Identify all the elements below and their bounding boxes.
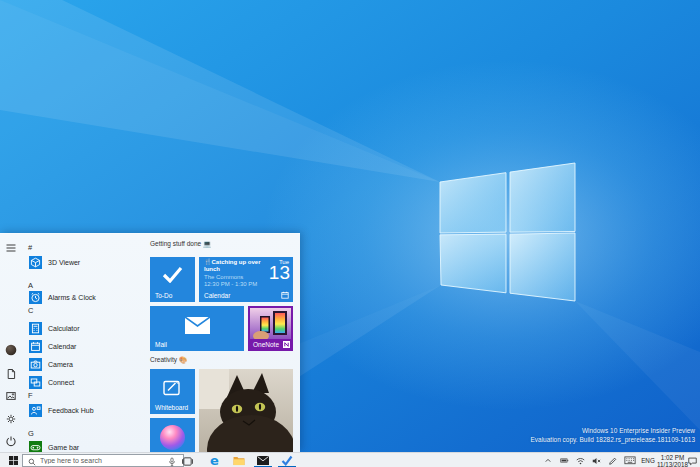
documents-button[interactable]: [0, 364, 24, 384]
app-item-label: Game bar: [48, 444, 79, 451]
tile-label: Calendar: [204, 292, 230, 299]
watermark-line1: Windows 10 Enterprise Insider Preview: [530, 427, 695, 436]
pictures-button[interactable]: [0, 386, 24, 406]
file-explorer-button[interactable]: [227, 453, 251, 467]
battery-icon: [559, 456, 570, 465]
app-item-feedback-hub[interactable]: Feedback Hub: [28, 404, 146, 420]
task-view-icon: [182, 456, 193, 467]
tile-photos-cat[interactable]: [199, 369, 293, 452]
watermark-line2: Evaluation copy. Build 18282.rs_prerelea…: [530, 436, 695, 445]
tile-mail[interactable]: Mail: [150, 306, 244, 351]
wifi-icon: [575, 456, 586, 466]
file-explorer-icon: [233, 456, 245, 466]
volume-muted-icon: [591, 456, 602, 466]
app-item-game-bar[interactable]: Game bar: [28, 441, 146, 452]
app-item-alarms-clock[interactable]: Alarms & Clock: [28, 291, 146, 307]
action-center-button[interactable]: [685, 453, 700, 467]
desktop: Windows 10 Enterprise Insider Preview Ev…: [0, 0, 700, 467]
pen-icon: [607, 456, 618, 466]
tile-group-header[interactable]: Getting stuff done 💻: [150, 240, 290, 248]
tile-group-header[interactable]: Creativity 🎨: [150, 356, 290, 364]
feedback-hub-icon: [29, 404, 42, 417]
tile-whiteboard[interactable]: Whiteboard: [150, 369, 195, 414]
start-menu: # 3D Viewer A Alarms & Clock C Calculato…: [0, 233, 300, 452]
power-button[interactable]: [0, 431, 24, 451]
document-icon: [5, 368, 17, 380]
app-section-letter[interactable]: A: [28, 281, 88, 290]
fork-emoji: 🍴: [204, 259, 212, 265]
menu-hamburger-button[interactable]: [0, 238, 24, 258]
game-bar-icon: [29, 441, 42, 452]
action-center-icon: [687, 456, 698, 466]
task-view-button[interactable]: [176, 453, 200, 467]
microphone-icon[interactable]: [168, 457, 176, 467]
gear-icon: [5, 413, 17, 425]
battery-button[interactable]: [556, 453, 573, 467]
app-item-label: Camera: [48, 361, 73, 368]
calendar-glyph-icon: [281, 291, 289, 299]
user-avatar: [5, 344, 17, 356]
edge-browser-button[interactable]: e: [202, 453, 226, 467]
hamburger-icon: [5, 242, 17, 254]
touch-keyboard-button[interactable]: [622, 453, 639, 467]
edge-icon: e: [210, 453, 219, 467]
mail-icon: [257, 456, 269, 465]
pictures-icon: [5, 390, 17, 402]
calendar-event-title: 🍴Catching up over lunch: [204, 259, 262, 273]
windows-ink-button[interactable]: [604, 453, 621, 467]
app-item-label: Feedback Hub: [48, 407, 94, 414]
tile-label: To-Do: [155, 292, 172, 299]
windows-start-icon: [9, 456, 18, 465]
onenote-photo: [250, 308, 291, 339]
onenote-logo-icon: [283, 341, 290, 348]
settings-button[interactable]: [0, 409, 24, 429]
hidden-icons-button[interactable]: [540, 453, 556, 467]
app-item-camera[interactable]: Camera: [28, 358, 146, 374]
tile-onenote[interactable]: OneNote: [248, 306, 293, 351]
calendar-icon: [29, 340, 42, 353]
app-item-label: Calculator: [48, 325, 80, 332]
app-item-3d-viewer[interactable]: 3D Viewer: [28, 256, 146, 272]
colorful-sphere-icon: [160, 425, 185, 450]
user-account-button[interactable]: [0, 340, 24, 360]
search-icon: [28, 458, 36, 466]
app-item-label: Connect: [48, 379, 74, 386]
calendar-event-location: The Commons: [204, 274, 264, 280]
alarms-clock-icon: [29, 291, 42, 304]
app-item-calculator[interactable]: Calculator: [28, 322, 146, 338]
app-section-letter[interactable]: F: [28, 391, 88, 400]
app-item-connect[interactable]: Connect: [28, 376, 146, 392]
app-item-label: Calendar: [48, 343, 76, 350]
app-item-calendar[interactable]: Calendar: [28, 340, 146, 356]
camera-icon: [29, 358, 42, 371]
taskbar-search-box[interactable]: [22, 454, 184, 467]
tile-todo[interactable]: To-Do: [150, 257, 195, 302]
todo-app-button[interactable]: [275, 453, 299, 467]
whiteboard-pen-icon: [163, 379, 182, 397]
tile-label: Mail: [155, 341, 167, 348]
taskbar: e ENG 1: [0, 452, 700, 467]
connect-icon: [29, 376, 42, 389]
volume-button[interactable]: [588, 453, 605, 467]
app-section-letter[interactable]: #: [28, 243, 88, 252]
chevron-up-icon: [543, 456, 553, 465]
app-section-letter[interactable]: C: [28, 306, 88, 315]
search-input[interactable]: [40, 455, 160, 466]
calculator-icon: [29, 322, 42, 335]
mail-app-button[interactable]: [251, 453, 275, 467]
app-item-label: Alarms & Clock: [48, 294, 96, 301]
language-indicator[interactable]: ENG: [640, 453, 656, 467]
evaluation-watermark: Windows 10 Enterprise Insider Preview Ev…: [530, 427, 695, 445]
app-section-letter[interactable]: G: [28, 429, 88, 438]
calendar-date: 13: [269, 263, 290, 282]
checkmark-icon: [162, 266, 183, 283]
tile-cortana-sphere[interactable]: [150, 418, 195, 452]
tile-calendar[interactable]: 🍴Catching up over lunch The Commons 12:3…: [199, 257, 293, 302]
3d-viewer-icon: [29, 256, 42, 269]
cat-photo: [199, 369, 293, 452]
to-do-check-icon: [281, 455, 293, 466]
calendar-event-time: 12:30 PM - 1:30 PM: [204, 281, 264, 287]
tile-label: OneNote: [253, 341, 279, 348]
network-button[interactable]: [572, 453, 589, 467]
keyboard-icon: [624, 456, 636, 465]
